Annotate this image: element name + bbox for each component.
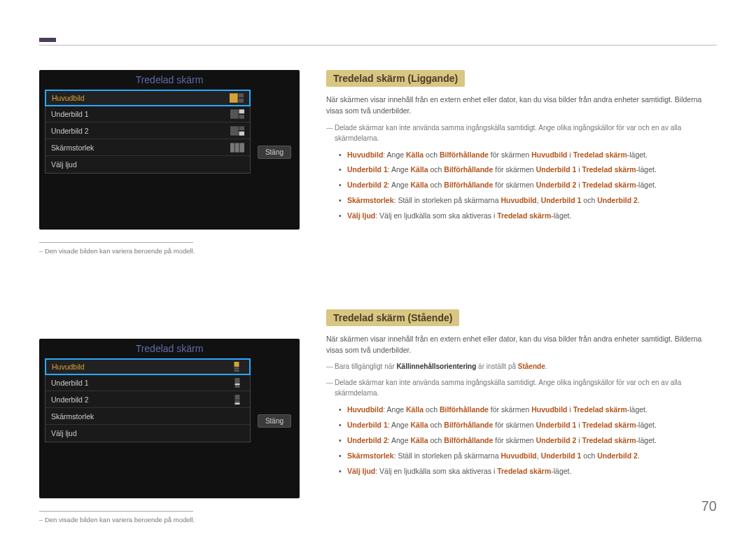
osd-row-valjljud[interactable]: Välj ljud [46, 156, 250, 173]
bullet-underbild1: Underbild 1: Ange Källa och Bilförhållan… [339, 419, 717, 432]
osd-label: Välj ljud [51, 160, 77, 169]
svg-rect-1 [239, 93, 244, 97]
section2-note1: Delade skärmar kan inte använda samma in… [326, 377, 717, 398]
svg-rect-5 [239, 114, 245, 118]
caption-divider [39, 511, 193, 512]
svg-rect-14 [234, 370, 239, 372]
bullet-skarmstorlek: Skärmstorlek: Ställ in storleken på skär… [339, 450, 717, 463]
osd-title: Tredelad skärm [39, 339, 300, 358]
layout-size-icon [230, 143, 244, 153]
section-heading-staende: Tredelad skärm (Stående) [326, 309, 459, 326]
svg-rect-2 [239, 99, 244, 103]
osd-row-valjljud[interactable]: Välj ljud [46, 425, 250, 442]
osd-label: Välj ljud [51, 429, 77, 437]
layout-main-vert-icon [230, 362, 244, 372]
bullet-skarmstorlek: Skärmstorlek: Ställ in storleken på skär… [339, 195, 717, 207]
svg-rect-16 [235, 383, 240, 385]
bullet-valjljud: Välj ljud: Välj en ljudkälla som ska akt… [339, 210, 717, 223]
osd-staende: Tredelad skärm Huvudbild Underbild 1 [39, 339, 300, 498]
osd-title: Tredelad skärm [39, 70, 300, 90]
blank-icon [230, 412, 244, 421]
right-column: Tredelad skärm (Liggande) När skärmen vi… [326, 70, 717, 524]
layout-sub2-icon [230, 126, 244, 136]
osd-caption: Den visade bilden kan variera beroende p… [39, 247, 300, 255]
osd-close-button[interactable]: Stäng [258, 146, 291, 159]
osd-row-huvudbild[interactable]: Huvudbild [45, 358, 251, 375]
osd-row-skarmstorlek[interactable]: Skärmstorlek [46, 139, 250, 156]
svg-rect-17 [235, 386, 240, 388]
svg-rect-7 [239, 126, 245, 130]
layout-sub2-vert-icon [230, 395, 244, 405]
svg-rect-0 [230, 93, 238, 102]
svg-rect-9 [230, 143, 234, 152]
page-number: 70 [701, 498, 717, 514]
left-column: Tredelad skärm Huvudbild Underbild 1 [39, 70, 300, 524]
osd-menu-list: Huvudbild Underbild 1 Underbild 2 [45, 90, 251, 174]
bullet-huvudbild: Huvudbild: Ange Källa och Bilförhållande… [339, 149, 717, 162]
osd-label: Skärmstorlek [51, 412, 94, 421]
svg-rect-18 [235, 395, 240, 400]
svg-rect-12 [234, 362, 239, 367]
svg-rect-13 [234, 367, 239, 370]
osd-liggande: Tredelad skärm Huvudbild Underbild 1 [39, 70, 300, 230]
svg-rect-20 [235, 402, 240, 405]
header-accent [39, 38, 56, 42]
section1-note: Delade skärmar kan inte använda samma in… [326, 122, 717, 143]
osd-label: Underbild 1 [51, 379, 89, 387]
layout-sub1-icon [230, 109, 244, 119]
svg-rect-8 [239, 131, 245, 135]
layout-main-icon [230, 93, 244, 103]
bullet-underbild1: Underbild 1: Ange Källa och Bilförhållan… [339, 164, 717, 176]
osd-row-underbild1[interactable]: Underbild 1 [46, 106, 250, 122]
section-heading-liggande: Tredelad skärm (Liggande) [326, 70, 465, 87]
osd-row-underbild2[interactable]: Underbild 2 [46, 391, 250, 408]
osd-row-huvudbild[interactable]: Huvudbild [45, 90, 251, 106]
bullet-underbild2: Underbild 2: Ange Källa och Bilförhållan… [339, 435, 717, 447]
bullet-valjljud: Välj ljud: Välj en ljudkälla som ska akt… [339, 465, 717, 478]
osd-label: Skärmstorlek [51, 143, 94, 152]
osd-row-skarmstorlek[interactable]: Skärmstorlek [46, 408, 250, 425]
blank-icon [230, 160, 244, 169]
bullet-huvudbild: Huvudbild: Ange Källa och Bilförhållande… [339, 404, 717, 416]
osd-close-button[interactable]: Stäng [258, 414, 291, 428]
svg-rect-15 [235, 378, 240, 383]
osd-label: Underbild 2 [51, 395, 89, 404]
osd-label: Huvudbild [52, 363, 85, 371]
osd-caption: Den visade bilden kan variera beroende p… [39, 516, 300, 524]
section1-intro: När skärmen visar innehåll från en exter… [326, 94, 717, 117]
osd-label: Underbild 2 [51, 127, 89, 135]
svg-rect-10 [235, 143, 239, 152]
header-rule [39, 45, 717, 45]
caption-divider [39, 242, 193, 243]
osd-label: Underbild 1 [51, 110, 89, 118]
blank-icon [230, 428, 244, 438]
svg-rect-11 [239, 143, 244, 152]
osd-row-underbild1[interactable]: Underbild 1 [46, 374, 250, 391]
svg-rect-19 [235, 400, 240, 402]
osd-label: Huvudbild [52, 94, 85, 102]
osd-row-underbild2[interactable]: Underbild 2 [46, 122, 250, 139]
section2-note0: Bara tillgängligt när Källinnehållsorien… [326, 361, 717, 372]
page-content: Tredelad skärm Huvudbild Underbild 1 [39, 70, 717, 524]
layout-sub1-vert-icon [230, 378, 244, 388]
section2-bullets: Huvudbild: Ange Källa och Bilförhållande… [326, 404, 717, 477]
svg-rect-6 [230, 126, 239, 135]
section1-bullets: Huvudbild: Ange Källa och Bilförhållande… [326, 149, 717, 223]
svg-rect-3 [230, 109, 239, 118]
svg-rect-4 [239, 109, 245, 113]
osd-menu-list: Huvudbild Underbild 1 Underbild 2 [45, 358, 251, 442]
section2-intro: När skärmen visar innehåll från en exter… [326, 333, 717, 356]
bullet-underbild2: Underbild 2: Ange Källa och Bilförhållan… [339, 179, 717, 192]
